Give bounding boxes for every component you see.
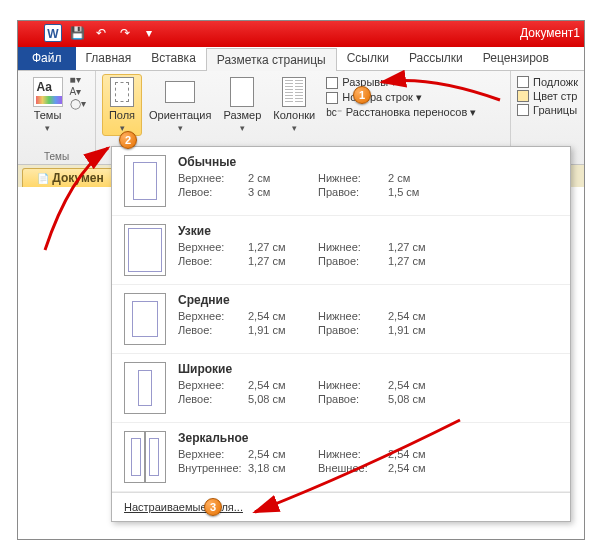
line-numbers-button[interactable]: Номера строк ▾ [326,91,476,104]
margins-thumb-icon [124,224,166,276]
margins-icon [110,77,134,107]
tab-review[interactable]: Рецензиров [473,47,559,70]
watermark-icon [517,76,529,88]
margins-thumb-icon [124,155,166,207]
hyphenation-icon: bc⁻ [326,107,342,118]
margins-thumb-icon [124,293,166,345]
word-app-icon[interactable]: W [44,24,62,42]
chevron-down-icon: ▾ [240,123,245,133]
columns-label: Колонки [273,109,315,121]
chevron-down-icon: ▾ [45,123,50,133]
breaks-button[interactable]: Разрывы ▾ [326,76,476,89]
margins-option-4[interactable]: ЗеркальноеВерхнее:2,54 смНижнее:2,54 смВ… [112,423,570,492]
margins-thumb-icon [124,362,166,414]
page-color-button[interactable]: Цвет стр [517,90,578,102]
theme-colors-icon[interactable]: ■▾ [70,74,86,85]
themes-icon: Aa [33,77,63,107]
themes-label: Темы [34,109,62,121]
columns-button[interactable]: Колонки ▾ [268,74,320,136]
margins-option-3[interactable]: ШирокиеВерхнее:2,54 смНижнее:2,54 смЛево… [112,354,570,423]
tab-home[interactable]: Главная [76,47,142,70]
page-borders-button[interactable]: Границы [517,104,578,116]
margins-option-title: Узкие [178,224,558,238]
margins-label: Поля [109,109,135,121]
chevron-down-icon: ▾ [292,123,297,133]
custom-margins-link[interactable]: Настраиваемые поля... [112,492,570,521]
columns-icon [282,77,306,107]
size-icon [230,77,254,107]
group-themes: Aa Темы ▾ ■▾ A▾ ◯▾ Темы [18,71,96,164]
borders-icon [517,104,529,116]
tab-file[interactable]: Файл [18,47,76,70]
margins-option-0[interactable]: ОбычныеВерхнее:2 смНижнее:2 смЛевое:3 см… [112,147,570,216]
qat-more-icon[interactable]: ▾ [140,24,158,42]
document-title: Документ1 [520,26,580,40]
tab-references[interactable]: Ссылки [337,47,399,70]
orientation-icon [165,81,195,103]
themes-button[interactable]: Aa Темы ▾ [28,74,68,136]
theme-effects-icon[interactable]: ◯▾ [70,98,86,109]
theme-options: ■▾ A▾ ◯▾ [70,74,86,109]
ribbon-tabs: Файл Главная Вставка Разметка страницы С… [18,47,584,71]
undo-icon[interactable]: ↶ [92,24,110,42]
theme-fonts-icon[interactable]: A▾ [70,86,86,97]
callout-3: 3 [204,498,222,516]
margins-option-1[interactable]: УзкиеВерхнее:1,27 смНижнее:1,27 смЛевое:… [112,216,570,285]
margins-gallery: ОбычныеВерхнее:2 смНижнее:2 смЛевое:3 см… [111,146,571,522]
chevron-down-icon: ▾ [178,123,183,133]
margins-option-2[interactable]: СредниеВерхнее:2,54 смНижнее:2,54 смЛево… [112,285,570,354]
page-color-icon [517,90,529,102]
hyphenation-button[interactable]: bc⁻Расстановка переносов ▾ [326,106,476,119]
group-label-themes: Темы [18,151,95,162]
size-button[interactable]: Размер ▾ [218,74,266,136]
save-icon[interactable]: 💾 [68,24,86,42]
quick-access-toolbar: W 💾 ↶ ↷ ▾ [44,24,158,42]
tab-page-layout[interactable]: Разметка страницы [206,48,337,71]
document-tab[interactable]: 📄 Докумен [22,168,119,187]
title-bar: W 💾 ↶ ↷ ▾ Документ1 [18,21,584,47]
tab-insert[interactable]: Вставка [141,47,206,70]
watermark-button[interactable]: Подложк [517,76,578,88]
margins-option-title: Средние [178,293,558,307]
size-label: Размер [223,109,261,121]
breaks-icon [326,77,338,89]
margins-option-title: Широкие [178,362,558,376]
callout-2: 2 [119,131,137,149]
tab-mailings[interactable]: Рассылки [399,47,473,70]
line-numbers-icon [326,92,338,104]
redo-icon[interactable]: ↷ [116,24,134,42]
orientation-label: Ориентация [149,109,211,121]
margins-option-title: Обычные [178,155,558,169]
margins-option-title: Зеркальное [178,431,558,445]
margins-button[interactable]: Поля ▾ [102,74,142,136]
callout-1: 1 [353,86,371,104]
orientation-button[interactable]: Ориентация ▾ [144,74,216,136]
